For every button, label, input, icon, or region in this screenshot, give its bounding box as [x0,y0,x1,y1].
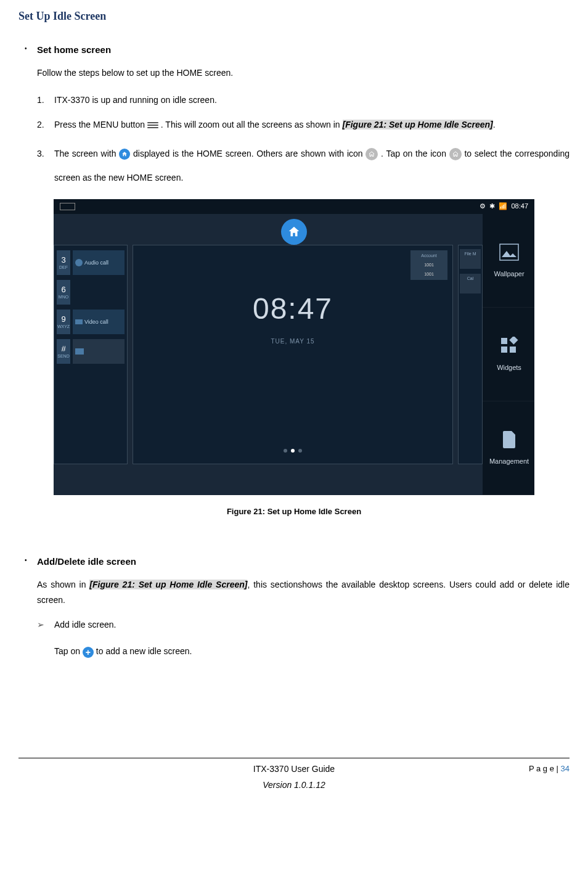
step-num-2: 2. [37,117,44,133]
center-content: Account 1001 1001 08:47 TUE, MAY 15 [133,245,452,464]
key-3: 3DEF [57,250,70,275]
status-time: 08:47 [511,200,528,213]
side-widgets[interactable]: Widgets [483,308,534,401]
side-management[interactable]: Management [483,401,534,495]
bullet-add-delete: Add/Delete idle screen [18,553,570,570]
plus-icon [83,647,94,658]
figure-caption: Figure 21: Set up Home Idle Screen [18,504,570,519]
home-outline-icon-2 [449,148,462,160]
home-outline-icon [365,148,378,160]
screen-preview-right[interactable]: File M Cal [458,245,483,464]
menu-icon [147,121,158,129]
side-wallpaper[interactable]: Wallpaper [483,214,534,308]
svg-marker-1 [502,251,517,257]
cal-tile: Cal [460,274,481,293]
page-footer: P a g e | 34 ITX-3370 User Guide Version… [18,758,570,792]
screen-preview-left[interactable]: 3DEF Audio call 6MNO 9WXYZ Video call #S… [54,245,128,464]
step-num-1: 1. [37,92,44,108]
add-idle-body: Tap on to add a new idle screen. [54,644,570,659]
right-fragment: File M Cal [459,245,482,297]
status-left-box [60,203,75,210]
step-3-text-a: The screen with [54,149,116,158]
home-indicator-big[interactable] [281,219,307,245]
pager-dots [284,449,302,453]
svg-rect-0 [500,244,518,260]
audio-call-button: Audio call [73,250,125,275]
bullet-set-home: Set home screen [18,41,570,58]
keypad-fragment: 3DEF Audio call 6MNO 9WXYZ Video call #S… [54,245,127,374]
video-call-button: Video call [73,310,125,334]
step-num-3: 3. [37,142,44,166]
tap-on-b: to add a new idle screen. [96,646,192,656]
center-top-right: Account 1001 1001 [410,250,447,280]
svg-rect-5 [509,337,518,345]
section-title: Set Up Idle Screen [18,6,570,26]
wifi-icon: ⚙ [480,200,486,213]
step-3-text-b: displayed is the HOME screen. Others are… [133,149,363,158]
device-screenshot: ⚙ ✱ 📶 08:47 3DEF Audio call 6MNO [54,199,534,495]
figure-ref-1: [Figure 21: Set up Home Idle Screen] [343,120,493,129]
step-1: 1. ITX-3370 is up and running on idle sc… [37,92,570,108]
footer-title: ITX-3370 User Guide [18,761,570,777]
zoom-body: 3DEF Audio call 6MNO 9WXYZ Video call #S… [54,214,534,495]
add-body-a: As shown in [37,580,89,589]
step-1-text: ITX-3370 is up and running on idle scree… [54,95,217,105]
wallpaper-label: Wallpaper [494,268,524,281]
add-delete-body: As shown in [Figure 21: Set up Home Idle… [37,577,570,608]
wallpaper-icon [498,241,520,263]
step-3: 3. The screen with displayed is the HOME… [37,142,570,190]
footer-version: Version 1.0.1.12 [18,777,570,793]
status-right: ⚙ ✱ 📶 08:47 [480,200,528,213]
step-2-text-b: . This will zoom out all the screens as … [161,120,343,129]
status-bar: ⚙ ✱ 📶 08:47 [54,199,534,214]
page-number: P a g e | 34 [529,761,570,776]
screen-preview-center[interactable]: Account 1001 1001 08:47 TUE, MAY 15 [133,245,453,464]
figure-21: ⚙ ✱ 📶 08:47 3DEF Audio call 6MNO [18,199,570,519]
clock-date: TUE, MAY 15 [253,336,333,347]
bt-icon: ✱ [489,200,495,213]
step-2-text-a: Press the MENU button [54,120,147,129]
wifi-signal-icon: 📶 [499,200,507,213]
step-2-text-c: . [493,120,496,129]
account-box: Account 1001 1001 [410,250,447,280]
arrow-add-idle: Add idle screen. [37,617,570,633]
key-hash: #SEND [57,339,70,364]
svg-rect-4 [510,347,516,353]
filem-tile: File M [460,249,481,269]
clock-widget: 08:47 TUE, MAY 15 [253,282,333,347]
add-delete-heading: Add/Delete idle screen [37,553,570,570]
step-2: 2. Press the MENU button . This will zoo… [37,117,570,133]
widgets-label: Widgets [497,362,521,374]
svg-rect-2 [501,338,507,344]
home-icon [119,149,130,160]
add-idle-label: Add idle screen. [54,620,116,630]
sidebar-right: Wallpaper Widgets Management [483,214,534,495]
keypad-icon-button [73,339,125,364]
key-6: 6MNO [57,280,70,305]
clock-time: 08:47 [253,282,333,335]
svg-rect-3 [501,347,507,353]
management-label: Management [489,456,529,468]
intro-text: Follow the steps below to set up the HOM… [37,65,570,81]
step-3-text-c: . Tap on the icon [381,149,449,158]
tap-on-a: Tap on [54,646,80,656]
key-9: 9WXYZ [57,310,70,334]
management-icon [498,429,520,451]
set-home-heading: Set home screen [37,41,570,58]
figure-ref-2: [Figure 21: Set up Home Idle Screen] [89,580,247,589]
widgets-icon [498,335,520,357]
